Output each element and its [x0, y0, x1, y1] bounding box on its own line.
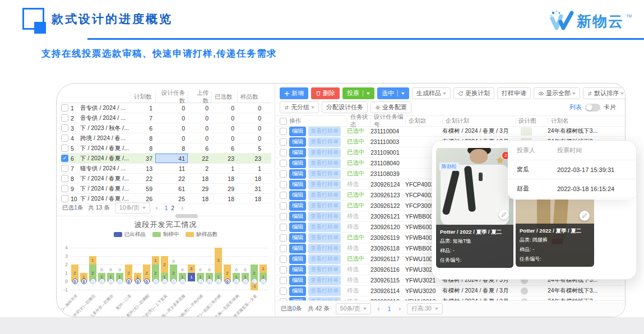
page-size-select[interactable]: 50条/页: [336, 303, 372, 314]
row-checkbox[interactable]: ✓: [280, 192, 287, 199]
view-sample-order-button[interactable]: 查看打样单: [308, 286, 341, 296]
toolbar-button-投票[interactable]: 投票: [342, 87, 374, 99]
edit-button[interactable]: 编辑: [289, 254, 306, 264]
edit-button[interactable]: 编辑: [289, 137, 306, 147]
row-checkbox[interactable]: ✓: [61, 165, 68, 172]
row-checkbox[interactable]: ✓: [280, 277, 287, 284]
row-checkbox[interactable]: ✓: [280, 266, 287, 273]
edit-button[interactable]: 编辑: [289, 148, 306, 157]
toolbar-button-更换计划[interactable]: 更换计划: [453, 87, 494, 99]
design-card-left[interactable]: 陈劲松 ★ 2 Potter / 2022 / 夏季 / 夏二 品类: 短袖T恤…: [436, 148, 513, 268]
edit-button[interactable]: 编辑: [289, 159, 306, 168]
list-view-label[interactable]: 列表: [569, 103, 582, 112]
view-sample-order-button[interactable]: 查看打样单: [308, 137, 341, 147]
plan-table-row[interactable]: ✓2音专供 / 2024 / ...70000: [61, 113, 271, 123]
toolbar-button-无分组[interactable]: 无分组: [280, 101, 319, 113]
plan-table-row[interactable]: ✓4跨境 / 2024 / 春...80000: [61, 133, 271, 143]
row-checkbox[interactable]: ✓: [280, 160, 287, 167]
view-sample-order-button[interactable]: 查看打样单: [308, 169, 341, 179]
plan-table-row[interactable]: ✓3下 / 2023 / 秋冬 /...60000: [61, 123, 271, 133]
row-checkbox[interactable]: ✓: [61, 175, 68, 182]
edit-button[interactable]: 编辑: [289, 212, 306, 221]
view-sample-order-button[interactable]: 查看打样单: [308, 254, 341, 264]
plan-table-row[interactable]: ✓8下 / 2024 / 春夏 /...2222181818: [61, 174, 271, 184]
row-checkbox[interactable]: ✓: [61, 114, 68, 122]
task-table-row[interactable]: ✓编辑查看打样单已选中231110004有棵树 / 2024 / 春夏 / 3月…: [275, 126, 625, 137]
toolbar-button-默认排序[interactable]: 默认排序: [583, 87, 626, 99]
edit-button[interactable]: 编辑: [289, 233, 306, 243]
edit-button[interactable]: 编辑: [289, 286, 306, 296]
plan-table-row[interactable]: ✓1音专供 / 2024 / ...10000: [61, 103, 271, 113]
edit-button[interactable]: 编辑: [289, 222, 306, 232]
view-sample-order-button[interactable]: 查看打样单: [308, 265, 341, 275]
toolbar-button-删除[interactable]: 删除: [311, 87, 340, 99]
edit-button[interactable]: 编辑: [289, 169, 306, 179]
prev-page-button[interactable]: ‹: [377, 305, 379, 313]
row-checkbox[interactable]: ✓: [280, 202, 287, 210]
edit-icon[interactable]: [580, 211, 590, 221]
view-sample-order-button[interactable]: 查看打样单: [308, 159, 341, 168]
view-sample-order-button[interactable]: 查看打样单: [308, 276, 341, 285]
row-checkbox[interactable]: ✓: [280, 181, 287, 188]
design-thumbnail[interactable]: [521, 287, 528, 295]
edit-button[interactable]: 编辑: [289, 265, 306, 275]
page-number[interactable]: 1: [163, 205, 169, 211]
row-checkbox[interactable]: ✓: [280, 234, 287, 242]
row-checkbox[interactable]: ✓: [280, 224, 287, 231]
edit-button[interactable]: 编辑: [289, 201, 306, 211]
page-number[interactable]: 1: [386, 305, 392, 312]
row-checkbox[interactable]: ✓: [61, 134, 68, 142]
row-checkbox[interactable]: ✓: [61, 145, 68, 152]
row-checkbox[interactable]: ✓: [280, 128, 287, 135]
row-checkbox[interactable]: ✓: [61, 195, 68, 202]
row-checkbox[interactable]: ✓: [61, 185, 68, 192]
row-checkbox[interactable]: ✓: [280, 138, 287, 146]
next-page-button[interactable]: ›: [181, 204, 183, 212]
toolbar-button-生成样品[interactable]: 生成样品: [412, 87, 451, 99]
edit-button[interactable]: 编辑: [289, 180, 306, 189]
view-sample-order-button[interactable]: 查看打样单: [308, 233, 341, 243]
page-size-select[interactable]: 10条/页: [115, 202, 151, 214]
toolbar-button-新增[interactable]: 新增: [280, 87, 308, 99]
plan-table-row[interactable]: ✓6下 / 2024 / 春夏 /...3741222323: [61, 154, 271, 164]
edit-button[interactable]: 编辑: [289, 127, 306, 136]
card-view-label[interactable]: 卡片: [604, 103, 616, 112]
edit-button[interactable]: 编辑: [289, 276, 306, 285]
resize-handle[interactable]: [175, 214, 198, 218]
plan-table-row[interactable]: ✓5下 / 2024 / 春夏 /...88665: [61, 143, 271, 154]
designer-name-link[interactable]: 陈劲松: [439, 163, 459, 171]
toolbar-button-打样申请[interactable]: 打样申请: [497, 87, 531, 99]
row-height-select[interactable]: 行高:30: [407, 303, 443, 314]
plan-table-row[interactable]: ✓7猫专供 / 2024 / ...1311211: [61, 164, 271, 174]
legend-item[interactable]: 缺样品数: [186, 231, 217, 238]
edit-button[interactable]: 编辑: [289, 191, 306, 200]
page-number[interactable]: 2: [169, 205, 176, 211]
edit-button[interactable]: 编辑: [289, 244, 306, 253]
view-sample-order-button[interactable]: 查看打样单: [308, 222, 341, 232]
row-checkbox[interactable]: ✓: [61, 155, 68, 162]
view-sample-order-button[interactable]: 查看打样单: [308, 148, 341, 157]
view-sample-order-button[interactable]: 查看打样单: [308, 212, 341, 221]
toolbar-button-分配设计任务[interactable]: 分配设计任务: [322, 101, 368, 113]
row-checkbox[interactable]: ✓: [280, 256, 287, 263]
view-sample-order-button[interactable]: 查看打样单: [308, 244, 341, 253]
prev-page-button[interactable]: ‹: [155, 204, 157, 212]
row-checkbox[interactable]: ✓: [280, 149, 287, 156]
view-sample-order-button[interactable]: 查看打样单: [308, 127, 341, 136]
row-checkbox[interactable]: ✓: [280, 245, 287, 252]
view-sample-order-button[interactable]: 查看打样单: [308, 180, 341, 189]
legend-item[interactable]: 已出样品: [114, 231, 146, 238]
view-toggle-switch[interactable]: [585, 104, 600, 112]
design-thumbnail[interactable]: [521, 127, 532, 136]
next-page-button[interactable]: ›: [399, 305, 401, 313]
row-checkbox[interactable]: ✓: [280, 170, 287, 178]
plan-table-row[interactable]: ✓9下 / 2024 / 春夏 /...5961292931: [61, 184, 271, 194]
toolbar-button-业务配置[interactable]: 业务配置: [370, 101, 411, 113]
view-sample-order-button[interactable]: 查看打样单: [308, 201, 341, 211]
toolbar-button-显示全部[interactable]: 显示全部: [534, 87, 580, 99]
select-all-checkbox[interactable]: ✓: [280, 118, 287, 125]
view-sample-order-button[interactable]: 查看打样单: [308, 191, 341, 200]
row-checkbox[interactable]: ✓: [280, 287, 287, 295]
row-checkbox[interactable]: ✓: [61, 104, 68, 112]
legend-item[interactable]: 制样中: [152, 231, 179, 238]
